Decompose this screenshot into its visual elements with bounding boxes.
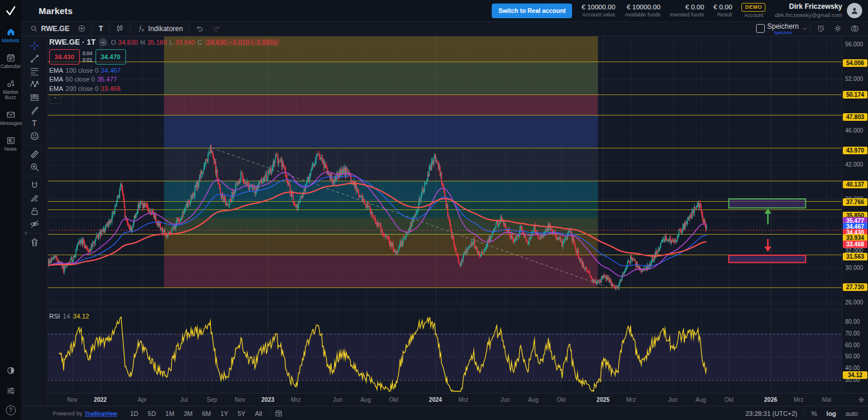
clock-label[interactable]: 23:28:31 (UTC+2) — [746, 410, 797, 417]
range-button[interactable]: 5D — [143, 410, 161, 417]
magnet-mode-button[interactable] — [26, 179, 43, 191]
quote-buttons: 34.430 0.04 0.01 34.470 — [49, 49, 280, 65]
lock-drawings-button[interactable] — [26, 205, 43, 217]
range-button[interactable]: All — [250, 410, 267, 417]
rsi-tick-label: 40.00 — [845, 365, 860, 371]
auto-scale-button[interactable]: auto — [842, 410, 862, 417]
time-tick-label: Okt — [557, 397, 566, 403]
price-badge: 47.803 — [843, 113, 867, 121]
drawing-mode-button[interactable] — [26, 192, 43, 204]
price-tick-label: 42.000 — [845, 161, 863, 168]
brush-tool-button[interactable] — [26, 104, 43, 116]
help-icon[interactable]: ? — [6, 405, 16, 415]
trendline-icon — [29, 53, 40, 64]
time-tick-label: Mrz — [794, 397, 804, 403]
redo-button[interactable] — [208, 24, 225, 33]
position-tool-button[interactable] — [26, 91, 43, 103]
chevron-down-icon[interactable] — [801, 25, 808, 32]
range-button[interactable]: 1Y — [216, 410, 233, 417]
ema-50-legend[interactable]: EMA50 close 0 35.477 — [49, 76, 280, 83]
range-button[interactable]: 6M — [198, 410, 216, 417]
time-tick-label: 2022 — [94, 397, 107, 403]
go-to-date-icon[interactable] — [274, 409, 283, 418]
app-logo[interactable] — [0, 0, 21, 21]
layout-select-icon[interactable] — [756, 24, 765, 33]
alarm-clock-icon — [816, 24, 825, 33]
tradingview-link[interactable]: TradingView — [84, 410, 117, 416]
range-button[interactable]: 1M — [161, 410, 179, 417]
sidebar-item-label: Messages — [0, 121, 22, 127]
chart-type-button[interactable] — [111, 24, 128, 33]
time-tick-label: Jun — [333, 397, 342, 403]
switch-to-real-button[interactable]: Switch to Real account — [492, 4, 572, 18]
contrast-theme-icon[interactable] — [6, 365, 16, 375]
fx-indicators-icon — [137, 24, 145, 33]
settings-sliders-icon[interactable] — [6, 385, 16, 395]
rsi-legend[interactable]: RSI 14 34.12 — [49, 313, 89, 320]
price-badge: 37.766 — [843, 198, 867, 206]
user-menu[interactable]: Dirk Friczewsky dirk.friczewsky@gmail.co… — [775, 2, 862, 19]
sidebar-item-news[interactable]: News — [0, 136, 21, 153]
emoji-tool-button[interactable] — [26, 130, 43, 142]
time-axis[interactable]: Nov2022AprJulSepNov2023MrzJunAugOkt2024M… — [21, 393, 868, 407]
avatar[interactable] — [847, 3, 862, 18]
snapshot-button[interactable] — [846, 24, 863, 33]
ruler-icon — [29, 149, 40, 160]
price-tick-label: 56.000 — [845, 41, 863, 48]
time-tick-label: Apr — [138, 397, 147, 403]
compare-add-button[interactable] — [73, 24, 90, 33]
time-tick-label: Mrz — [626, 397, 636, 403]
sell-button[interactable]: 34.430 — [49, 49, 80, 65]
measure-tool-button[interactable] — [26, 148, 43, 160]
result-value: € 0.00 — [713, 3, 732, 11]
ema-200-legend[interactable]: EMA200 close 0 33.468 — [49, 85, 280, 92]
magnet-icon — [29, 180, 40, 191]
home-icon — [6, 27, 16, 37]
fib-retracement-tool-button[interactable] — [26, 65, 43, 77]
interval-button[interactable]: T — [94, 25, 107, 33]
price-badge: 40.137 — [843, 181, 867, 188]
zoom-in-tool-button[interactable] — [26, 161, 43, 173]
time-tick-label: Aug — [360, 397, 371, 403]
price-axis[interactable]: 56.00052.00046.00042.00038.00032.00030.0… — [842, 36, 868, 393]
person-icon — [850, 6, 859, 15]
time-tick-label: Mrz — [458, 397, 468, 403]
user-name: Dirk Friczewsky — [789, 2, 842, 12]
sidebar-item-market-buzz[interactable]: Market Buzz — [0, 79, 21, 101]
range-button[interactable]: 3M — [179, 410, 197, 417]
eye-off-icon — [29, 219, 40, 229]
legend-collapse-button[interactable]: ⌃ — [49, 95, 61, 104]
percent-scale-button[interactable]: % — [807, 410, 821, 417]
trendline-tool-button[interactable] — [26, 52, 43, 65]
text-tool-button[interactable]: T — [26, 117, 43, 129]
legend-symbol-title[interactable]: RWE.GE · 1T — [49, 38, 96, 46]
undo-button[interactable] — [191, 24, 208, 33]
legend-visibility-icon[interactable]: – — [99, 38, 107, 46]
gear-icon — [833, 24, 842, 33]
sidebar-item-markets[interactable]: Markets — [0, 27, 21, 44]
sidebar-item-messages[interactable]: Messages — [0, 110, 21, 127]
range-button[interactable]: 5Y — [233, 410, 250, 417]
pattern-tool-button[interactable] — [26, 78, 43, 90]
ema-200-value: 33.468 — [101, 85, 121, 92]
axis-settings-gear-icon[interactable] — [857, 396, 865, 404]
log-scale-button[interactable]: log — [822, 410, 840, 417]
indicators-button[interactable]: Indikatoren — [132, 24, 187, 33]
alert-button[interactable] — [812, 24, 829, 33]
chart-settings-button[interactable] — [829, 24, 846, 33]
drawing-toolbar-collapse-handle[interactable]: ‹ — [22, 227, 29, 239]
search-icon — [30, 25, 38, 33]
save-tooltip: Speichern — [774, 31, 792, 35]
ema-100-legend[interactable]: EMA100 close 0 34.467 — [49, 67, 280, 74]
price-badge: 50.174 — [843, 91, 867, 99]
logo-check-icon — [4, 4, 17, 17]
save-layout-button[interactable]: Speichern Speichern — [767, 23, 799, 35]
symbol-search-button[interactable]: RWE.GE — [26, 25, 73, 33]
time-tick-label: Jul — [181, 397, 188, 403]
range-button[interactable]: 1D — [125, 410, 143, 417]
crosshair-tool-button[interactable] — [26, 39, 43, 52]
price-tick-label: 30.000 — [845, 265, 863, 271]
account-value: € 10000.00 — [581, 3, 615, 11]
buy-button[interactable]: 34.470 — [96, 49, 126, 65]
sidebar-item-calendar[interactable]: Calendar — [0, 53, 21, 70]
